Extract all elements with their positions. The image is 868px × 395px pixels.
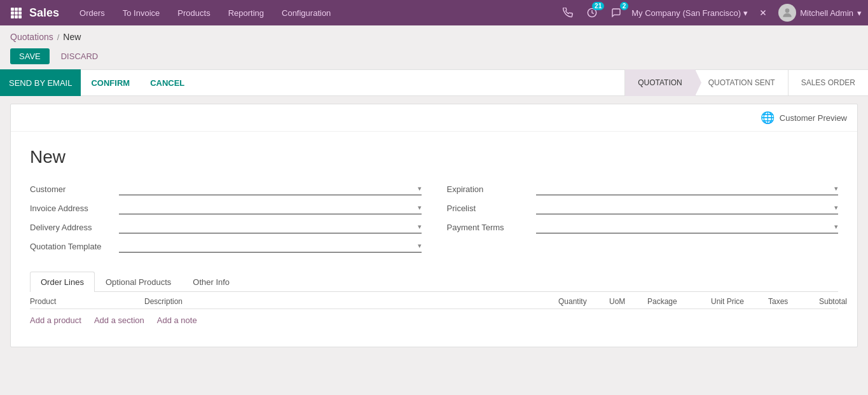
chat-icon[interactable]: 2: [607, 4, 625, 22]
payment-terms-input-wrap[interactable]: ▾: [536, 221, 839, 233]
top-menu: Orders To Invoice Products Reporting Con…: [72, 0, 559, 25]
company-selector[interactable]: My Company (San Francisco) ▾: [631, 8, 748, 18]
action-bar: SAVE DISCARD: [0, 46, 868, 69]
svg-rect-8: [18, 15, 22, 18]
close-icon[interactable]: [754, 4, 772, 22]
pricelist-input[interactable]: [536, 202, 835, 214]
stage-quotation[interactable]: QUOTATION: [624, 69, 695, 96]
discard-button[interactable]: DISCARD: [55, 48, 105, 64]
cancel-button[interactable]: CANCEL: [140, 69, 195, 96]
quotation-card: 🌐 Customer Preview New Customer ▾: [10, 104, 858, 347]
svg-point-12: [785, 8, 790, 13]
breadcrumb-separator: /: [57, 32, 60, 42]
col-product: Product: [30, 297, 144, 306]
delivery-address-label: Delivery Address: [30, 223, 119, 232]
tab-optional-products[interactable]: Optional Products: [95, 272, 182, 292]
form-grid: Customer ▾ Invoice Address ▾: [30, 183, 838, 259]
invoice-address-input[interactable]: [119, 202, 418, 214]
breadcrumb-parent[interactable]: Quotations: [10, 32, 53, 42]
expiration-input[interactable]: [536, 183, 835, 195]
delivery-address-input-wrap[interactable]: ▾: [119, 221, 422, 233]
chat-badge: 2: [620, 2, 629, 10]
menu-orders[interactable]: Orders: [72, 0, 113, 25]
quotation-template-label: Quotation Template: [30, 242, 119, 251]
col-quantity: Quantity: [558, 297, 609, 306]
confirm-button[interactable]: CONFIRM: [81, 69, 140, 96]
col-subtotal: Subtotal: [819, 297, 838, 306]
pricelist-dropdown-icon: ▾: [834, 204, 838, 212]
payment-terms-input[interactable]: [536, 221, 835, 233]
phone-icon[interactable]: [559, 4, 577, 22]
customer-preview-button[interactable]: 🌐 Customer Preview: [761, 111, 847, 125]
main-content: 🌐 Customer Preview New Customer ▾: [0, 96, 868, 395]
grid-menu-icon[interactable]: [6, 3, 25, 22]
tab-order-lines[interactable]: Order Lines: [30, 272, 95, 292]
table-header: Product Description Quantity UoM Package…: [30, 292, 838, 309]
quotation-template-input-wrap[interactable]: ▾: [119, 240, 422, 253]
send-by-email-button[interactable]: SEND BY EMAIL: [0, 69, 81, 96]
status-stages: QUOTATION QUOTATION SENT SALES ORDER: [624, 69, 868, 96]
expiration-label: Expiration: [447, 184, 536, 194]
globe-icon: 🌐: [761, 111, 775, 125]
add-product-link[interactable]: Add a product: [30, 315, 81, 325]
expiration-input-wrap[interactable]: ▾: [536, 183, 839, 195]
col-taxes: Taxes: [768, 297, 819, 306]
clock-badge: 21: [592, 2, 604, 10]
user-name: Mitchell Admin: [800, 8, 853, 18]
tabs-header: Order Lines Optional Products Other Info: [30, 272, 838, 292]
customer-dropdown-icon: ▾: [418, 184, 422, 193]
invoice-address-label: Invoice Address: [30, 204, 119, 213]
menu-reporting[interactable]: Reporting: [221, 0, 272, 25]
invoice-address-input-wrap[interactable]: ▾: [119, 202, 422, 214]
col-unit-price: Unit Price: [711, 297, 768, 306]
stage-quotation-sent[interactable]: QUOTATION SENT: [695, 69, 788, 96]
app-brand: Sales: [29, 6, 59, 20]
save-button[interactable]: SAVE: [10, 48, 50, 64]
form-left: Customer ▾ Invoice Address ▾: [30, 183, 422, 259]
customer-input-wrap[interactable]: ▾: [119, 183, 422, 195]
tab-other-info[interactable]: Other Info: [182, 272, 240, 292]
menu-to-invoice[interactable]: To Invoice: [115, 0, 168, 25]
customer-preview-label: Customer Preview: [780, 113, 847, 123]
svg-rect-1: [15, 8, 18, 11]
menu-products[interactable]: Products: [170, 0, 217, 25]
svg-rect-7: [15, 15, 18, 18]
expiration-field-row: Expiration ▾: [447, 183, 839, 195]
payment-terms-label: Payment Terms: [447, 223, 536, 232]
payment-terms-dropdown-icon: ▾: [834, 223, 838, 231]
order-lines-table: Product Description Quantity UoM Package…: [30, 292, 838, 331]
breadcrumb-current: New: [63, 32, 81, 42]
payment-terms-field-row: Payment Terms ▾: [447, 221, 839, 233]
quotation-template-field-row: Quotation Template ▾: [30, 240, 422, 253]
top-navigation: Sales Orders To Invoice Products Reporti…: [0, 0, 868, 25]
company-dropdown-icon: ▾: [743, 8, 748, 18]
company-name: My Company (San Francisco): [631, 8, 741, 18]
col-description: Description: [144, 297, 558, 306]
quotation-template-input[interactable]: [119, 240, 418, 252]
user-dropdown-icon: ▾: [857, 8, 862, 18]
pricelist-input-wrap[interactable]: ▾: [536, 202, 839, 214]
add-section-link[interactable]: Add a section: [94, 315, 144, 325]
svg-rect-3: [11, 11, 14, 15]
record-title: New: [30, 147, 838, 167]
form-body: New Customer ▾ Invoice Address: [11, 132, 857, 347]
breadcrumb: Quotations / New: [0, 25, 868, 46]
customer-input[interactable]: [119, 183, 418, 195]
invoice-address-field-row: Invoice Address ▾: [30, 202, 422, 214]
add-note-link[interactable]: Add a note: [157, 315, 197, 325]
delivery-address-field-row: Delivery Address ▾: [30, 221, 422, 233]
clock-icon[interactable]: 21: [583, 4, 601, 22]
menu-configuration[interactable]: Configuration: [274, 0, 338, 25]
svg-rect-2: [18, 8, 22, 11]
quotation-template-dropdown-icon: ▾: [418, 242, 422, 250]
col-uom: UoM: [609, 297, 647, 306]
svg-rect-5: [18, 11, 22, 15]
delivery-address-input[interactable]: [119, 221, 418, 233]
pricelist-field-row: Pricelist ▾: [447, 202, 839, 214]
svg-rect-0: [11, 8, 14, 11]
user-menu[interactable]: Mitchell Admin ▾: [778, 4, 862, 22]
svg-rect-4: [15, 11, 18, 15]
pricelist-label: Pricelist: [447, 204, 536, 213]
stage-sales-order[interactable]: SALES ORDER: [788, 69, 868, 96]
table-add-row: Add a product Add a section Add a note: [30, 309, 838, 331]
